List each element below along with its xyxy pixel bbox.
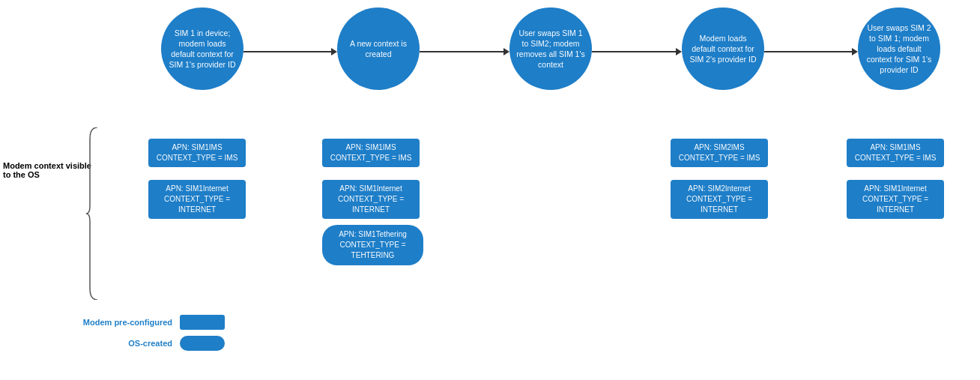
context-box-box5a: APN: SIM1IMSCONTEXT_TYPE = IMS	[847, 139, 944, 167]
context-box-box1b: APN: SIM1InternetCONTEXT_TYPE = INTERNET	[148, 180, 246, 219]
modem-context-label: Modem context visibleto the OS	[3, 161, 91, 179]
arrow-line	[592, 51, 676, 52]
arrow-head	[503, 48, 509, 55]
arrow-head	[852, 48, 858, 55]
arrow-a2	[420, 48, 509, 55]
legend-sample-l2	[180, 336, 225, 351]
circle-c3: User swaps SIM 1 to SIM2; modem removes …	[509, 7, 592, 90]
context-box-box2c: APN: SIM1TetheringCONTEXT_TYPE = TEHTERI…	[322, 225, 423, 265]
context-box-box2b: APN: SIM1InternetCONTEXT_TYPE = INTERNET	[322, 180, 420, 219]
diagram-container: SIM 1 in device; modem loads default con…	[0, 0, 980, 380]
legend: Modem pre-configuredOS-created	[75, 315, 225, 357]
arrow-a1	[244, 48, 337, 55]
context-box-box4a: APN: SIM2IMSCONTEXT_TYPE = IMS	[671, 139, 768, 167]
legend-item-l1: Modem pre-configured	[75, 315, 225, 330]
legend-sample-l1	[180, 315, 225, 330]
arrow-line	[420, 51, 503, 52]
arrow-a4	[764, 48, 858, 55]
arrow-line	[764, 51, 852, 52]
arrow-head	[331, 48, 337, 55]
brace-svg	[86, 127, 101, 300]
legend-label-l1: Modem pre-configured	[75, 318, 172, 327]
context-box-box1a: APN: SIM1IMSCONTEXT_TYPE = IMS	[148, 139, 246, 167]
circle-c4: Modem loads default context for SIM 2's …	[682, 7, 764, 90]
context-box-box5b: APN: SIM1InternetCONTEXT_TYPE = INTERNET	[847, 180, 944, 219]
arrow-head	[676, 48, 682, 55]
circle-c5: User swaps SIM 2 to SIM 1; modem loads d…	[858, 7, 940, 90]
legend-label-l2: OS-created	[75, 339, 172, 348]
legend-item-l2: OS-created	[75, 336, 225, 351]
arrow-line	[244, 51, 331, 52]
context-box-box4b: APN: SIM2InternetCONTEXT_TYPE = INTERNET	[671, 180, 768, 219]
arrow-a3	[592, 48, 682, 55]
circle-c2: A new context is created	[337, 7, 420, 90]
circle-c1: SIM 1 in device; modem loads default con…	[161, 7, 244, 90]
context-box-box2a: APN: SIM1IMSCONTEXT_TYPE = IMS	[322, 139, 420, 167]
